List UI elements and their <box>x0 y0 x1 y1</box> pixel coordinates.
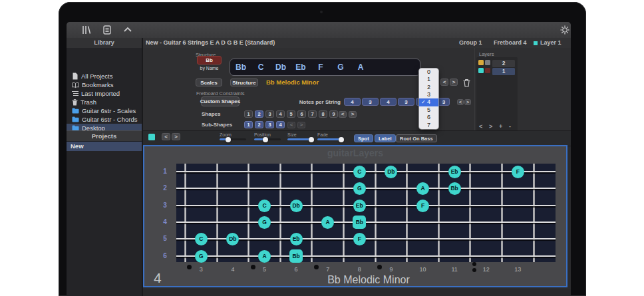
note-a-s4-f7[interactable]: A <box>321 216 334 229</box>
slider-knob-size[interactable] <box>309 137 314 142</box>
transport-prev-button[interactable]: < <box>162 133 170 140</box>
nps-next-button[interactable]: > <box>464 99 471 105</box>
note-bb-s2-f11[interactable]: Bb <box>448 182 461 195</box>
shape-button-9[interactable]: 9 <box>329 110 338 118</box>
layer-swatch-a[interactable] <box>478 60 484 65</box>
structure-prev-button[interactable]: < <box>440 78 448 86</box>
dropdown-option-1[interactable]: 1 <box>419 76 438 83</box>
shape-button-6[interactable]: 6 <box>297 110 306 118</box>
shapes-next-button[interactable]: > <box>349 111 357 118</box>
shapes-prev-button[interactable]: < <box>339 111 347 118</box>
note-a-s2-f10[interactable]: A <box>416 182 429 195</box>
note-c-s1-f8[interactable]: C <box>353 166 366 178</box>
sub-shapes-prev-button[interactable]: < <box>287 122 295 128</box>
nps-prev-button[interactable]: < <box>457 99 464 105</box>
structure-note-bb[interactable]: Bb <box>236 59 246 75</box>
note-c-s3-f5[interactable]: C <box>258 200 271 212</box>
layers-control-next[interactable]: > <box>489 123 492 130</box>
note-bb-s6-f6[interactable]: Bb <box>289 249 303 263</box>
sub-shape-button-2[interactable]: 2 <box>255 121 263 128</box>
dropdown-option-2[interactable]: 2 <box>419 84 438 91</box>
note-bb-s4-f8[interactable]: Bb <box>353 216 366 229</box>
spot-toggle[interactable]: Spot <box>354 134 373 142</box>
note-g-s6-f3[interactable]: G <box>195 250 208 263</box>
dropdown-option-5[interactable]: 5 <box>419 106 438 114</box>
shape-button-1[interactable]: 1 <box>244 110 253 118</box>
layers-control-prev[interactable]: < <box>479 123 482 130</box>
sidebar-item-guitar-6str-chords[interactable]: Guitar 6str - Chords <box>67 115 142 124</box>
trash-structure-icon[interactable] <box>462 78 472 88</box>
layer-color-button[interactable] <box>148 134 155 140</box>
note-db-s3-f6[interactable]: Db <box>290 200 303 212</box>
structure-note-db[interactable]: Db <box>275 59 286 75</box>
structure-button[interactable]: Structure <box>230 78 258 86</box>
settings-gear-icon[interactable] <box>560 25 569 35</box>
project-item-new[interactable]: New <box>67 142 142 151</box>
layer-swatch-a[interactable] <box>478 68 484 73</box>
transport-next-button[interactable]: > <box>172 133 180 140</box>
sidebar-item-trash[interactable]: Trash <box>67 98 142 106</box>
shape-button-8[interactable]: 8 <box>319 110 327 118</box>
layer-swatch-b[interactable] <box>485 68 490 73</box>
shape-button-5[interactable]: 5 <box>287 110 295 118</box>
scales-button[interactable]: Scales <box>196 78 222 86</box>
sidebar-item-guitar-6str-scales[interactable]: Guitar 6str - Scales <box>67 106 142 115</box>
note-eb-s3-f8[interactable]: Eb <box>353 200 366 212</box>
root-note-button[interactable]: Bb <box>197 56 222 65</box>
sub-shape-button-1[interactable]: 1 <box>244 121 253 128</box>
slider-knob-zoom[interactable] <box>226 137 231 142</box>
collapse-chevron-up-icon[interactable] <box>123 27 132 33</box>
dropdown-option-4[interactable]: 4✓ <box>419 98 438 106</box>
layer-row-1[interactable]: 1 <box>492 68 515 75</box>
note-f-s3-f10[interactable]: F <box>416 200 429 212</box>
structure-note-eb[interactable]: Eb <box>295 59 305 75</box>
note-g-s4-f5[interactable]: G <box>258 216 271 229</box>
sub-shape-button-4[interactable]: 4 <box>276 121 285 128</box>
note-db-s5-f4[interactable]: Db <box>226 233 239 245</box>
nps-value-button-1[interactable]: 4 <box>344 98 361 106</box>
sidebar-item-all-projects[interactable]: All Projects <box>67 72 142 80</box>
document-panel-icon[interactable] <box>102 25 112 35</box>
layers-control-add[interactable]: + <box>499 123 502 130</box>
nps-value-button-4[interactable]: 3 <box>398 98 414 106</box>
note-g-s2-f8[interactable]: G <box>353 182 366 195</box>
note-f-s1-f13[interactable]: F <box>512 166 524 178</box>
sub-shapes-next-button[interactable]: > <box>297 122 305 128</box>
shape-button-4[interactable]: 4 <box>276 110 285 118</box>
note-eb-s1-f11[interactable]: Eb <box>448 166 461 178</box>
nps-value-button-3[interactable]: 4 <box>380 98 397 106</box>
note-f-s5-f8[interactable]: F <box>353 233 366 245</box>
note-db-s1-f9[interactable]: Db <box>385 166 397 178</box>
dropdown-option-0[interactable]: 0 <box>419 69 438 76</box>
dropdown-option-6[interactable]: 6 <box>419 114 438 121</box>
nps-value-button-6[interactable]: 3 <box>438 98 450 106</box>
dropdown-option-3[interactable]: 3 <box>419 91 438 98</box>
shape-button-7[interactable]: 7 <box>308 110 317 118</box>
group-indicator[interactable]: Group 1 <box>459 38 482 48</box>
root-on-bass-toggle[interactable]: Root On Bass <box>396 134 437 142</box>
note-c-s5-f3[interactable]: C <box>195 233 208 245</box>
custom-shapes-button[interactable]: Custom Shapes <box>201 96 240 106</box>
structure-note-g[interactable]: G <box>337 59 343 75</box>
nps-value-button-2[interactable]: 3 <box>362 98 379 106</box>
structure-note-f[interactable]: F <box>318 59 323 75</box>
structure-next-button[interactable]: > <box>450 78 458 86</box>
layer-row-2[interactable]: 2 <box>492 60 515 67</box>
structure-note-a[interactable]: A <box>358 59 364 75</box>
fretboard-indicator[interactable]: Fretboard 4 <box>494 38 527 48</box>
shape-button-3[interactable]: 3 <box>265 110 274 118</box>
label-toggle[interactable]: Label <box>375 134 396 142</box>
note-eb-s5-f6[interactable]: Eb <box>290 233 303 245</box>
layers-control-remove[interactable]: - <box>509 123 511 130</box>
library-books-icon[interactable] <box>81 25 92 35</box>
shape-button-2[interactable]: 2 <box>255 110 263 118</box>
sidebar-item-bookmarks[interactable]: Bookmarks <box>67 80 142 89</box>
sidebar-item-last-imported[interactable]: Last Imported <box>67 89 142 98</box>
layer-swatch-b[interactable] <box>485 60 490 65</box>
layer-indicator[interactable]: Layer 1 <box>540 38 562 48</box>
slider-knob-position[interactable] <box>263 137 268 142</box>
slider-knob-fade[interactable] <box>339 137 344 142</box>
note-a-s6-f5[interactable]: A <box>258 250 271 263</box>
structure-note-c[interactable]: C <box>258 59 264 75</box>
dropdown-option-7[interactable]: 7 <box>419 122 438 129</box>
